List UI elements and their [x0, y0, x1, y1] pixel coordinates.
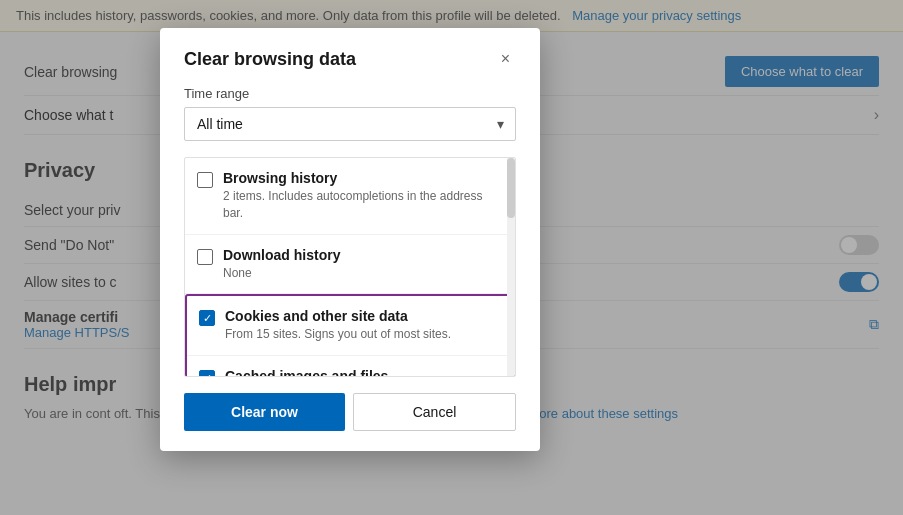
scrollbar-track [507, 158, 515, 376]
download-desc: None [223, 265, 503, 282]
browsing-desc: 2 items. Includes autocompletions in the… [223, 188, 503, 222]
dialog-footer: Clear now Cancel [184, 393, 516, 431]
download-title: Download history [223, 247, 503, 263]
browsing-title: Browsing history [223, 170, 503, 186]
clear-browsing-data-dialog: Clear browsing data × Time range Last ho… [160, 28, 540, 451]
cached-images-checkbox[interactable]: ✓ [199, 370, 215, 377]
download-history-checkbox[interactable] [197, 249, 213, 265]
cached-content: Cached images and files Frees up 11.0 MB… [225, 368, 501, 377]
checkbox-list: Browsing history 2 items. Includes autoc… [184, 157, 516, 377]
cookies-title: Cookies and other site data [225, 308, 501, 324]
dialog-close-button[interactable]: × [495, 48, 516, 70]
clear-now-button[interactable]: Clear now [184, 393, 345, 431]
cached-title: Cached images and files [225, 368, 501, 377]
checkbox-item-download: Download history None [185, 235, 515, 295]
dialog-header: Clear browsing data × [184, 48, 516, 70]
checkbox-item-browsing: Browsing history 2 items. Includes autoc… [185, 158, 515, 235]
checkbox-item-cookies: ✓ Cookies and other site data From 15 si… [187, 296, 513, 356]
cookies-desc: From 15 sites. Signs you out of most sit… [225, 326, 501, 343]
browsing-content: Browsing history 2 items. Includes autoc… [223, 170, 503, 222]
highlighted-checkbox-group: ✓ Cookies and other site data From 15 si… [185, 294, 515, 377]
cookies-checkbox[interactable]: ✓ [199, 310, 215, 326]
cookies-content: Cookies and other site data From 15 site… [225, 308, 501, 343]
time-range-select[interactable]: Last hour Last 24 hours Last 7 days Last… [184, 107, 516, 141]
browsing-history-checkbox[interactable] [197, 172, 213, 188]
cancel-button[interactable]: Cancel [353, 393, 516, 431]
time-range-label: Time range [184, 86, 516, 101]
checkbox-item-cached: ✓ Cached images and files Frees up 11.0 … [187, 356, 513, 377]
time-range-wrapper: Last hour Last 24 hours Last 7 days Last… [184, 107, 516, 141]
dialog-title: Clear browsing data [184, 49, 356, 70]
download-content: Download history None [223, 247, 503, 282]
scrollbar-thumb[interactable] [507, 158, 515, 218]
